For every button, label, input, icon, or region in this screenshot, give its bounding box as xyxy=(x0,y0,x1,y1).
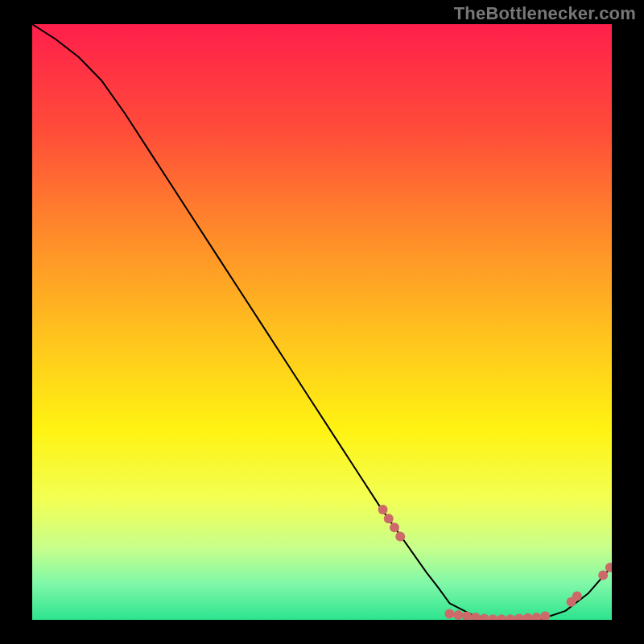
gradient-background xyxy=(32,24,612,620)
data-point xyxy=(453,610,463,620)
plot-area xyxy=(32,24,612,620)
data-point xyxy=(395,531,405,541)
data-point xyxy=(378,505,388,514)
data-point xyxy=(444,609,454,619)
bottleneck-chart xyxy=(32,24,612,620)
attribution-text: TheBottlenecker.com xyxy=(454,3,636,24)
data-point xyxy=(598,571,608,580)
data-point xyxy=(572,591,582,601)
data-point xyxy=(390,522,399,532)
data-point xyxy=(384,514,394,523)
chart-frame: TheBottlenecker.com xyxy=(0,0,644,644)
